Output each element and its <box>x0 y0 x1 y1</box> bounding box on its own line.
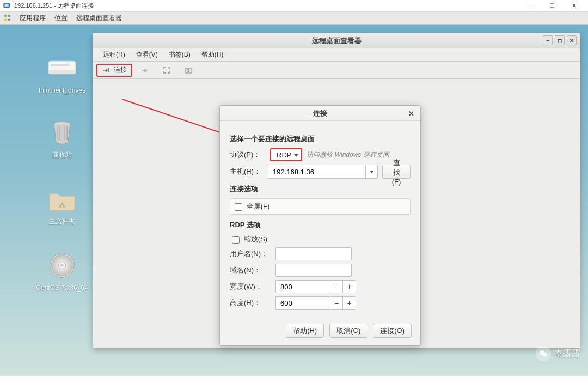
connect-icon <box>102 66 111 75</box>
svg-point-14 <box>60 264 64 267</box>
menu-bookmark[interactable]: 书签(B) <box>163 50 196 59</box>
section-rdp-header: RDP 选项 <box>230 220 411 230</box>
desktop-icon-home[interactable]: 主文件夹 <box>35 184 89 225</box>
toolbar-connect-label: 连接 <box>114 65 127 75</box>
screenshot-icon <box>184 66 193 75</box>
toolbar-disconnect-button[interactable] <box>136 64 154 77</box>
dialog-connect-button[interactable]: 连接(O) <box>373 324 412 338</box>
unplug-icon <box>140 66 149 75</box>
viewer-toolbar: 连接 <box>93 62 580 79</box>
svg-rect-8 <box>51 64 69 66</box>
section-select-header: 选择一个要连接的远程桌面 <box>230 134 411 144</box>
toolbar-fullscreen-button[interactable] <box>157 64 176 77</box>
username-label: 用户名(N)： <box>230 249 271 259</box>
svg-point-3 <box>8 15 10 17</box>
gnome-panel: 应用程序 位置 远程桌面查看器 <box>0 12 588 25</box>
chevron-down-icon <box>294 154 298 157</box>
viewer-minimize-button[interactable]: – <box>543 35 553 45</box>
toolbar-connect-button[interactable]: 连接 <box>96 64 132 77</box>
watermark: 秦露露 <box>536 346 580 361</box>
width-label: 宽度(W)： <box>230 282 271 292</box>
desktop-icon-trash[interactable]: 回收站 <box>35 117 89 159</box>
fullscreen-checkbox[interactable] <box>235 203 242 211</box>
panel-active-app[interactable]: 远程桌面查看器 <box>72 14 126 23</box>
protocol-value: RDP <box>277 151 291 159</box>
viewer-title: 远程桌面查看器 <box>312 36 362 46</box>
svg-rect-1 <box>5 4 9 6</box>
fullscreen-icon <box>162 66 171 75</box>
dialog-titlebar[interactable]: 连接 ✕ <box>220 106 420 121</box>
viewer-close-button[interactable]: ✕ <box>567 35 577 45</box>
svg-point-17 <box>187 69 189 71</box>
height-spinner[interactable]: − + <box>275 296 356 310</box>
outer-close-button[interactable]: ✕ <box>563 0 585 12</box>
outer-maximize-button[interactable]: ☐ <box>541 0 563 12</box>
svg-rect-10 <box>61 205 63 208</box>
disc-icon <box>47 250 77 281</box>
watermark-text: 秦露露 <box>554 348 580 360</box>
width-decrement-button[interactable]: − <box>330 280 343 293</box>
scale-checkbox-row[interactable]: 缩放(S) <box>232 235 267 243</box>
viewer-maximize-button[interactable]: ◻ <box>555 35 565 45</box>
viewer-titlebar[interactable]: 远程桌面查看器 – ◻ ✕ <box>93 33 580 48</box>
dialog-cancel-button[interactable]: 取消(C) <box>329 324 367 338</box>
trash-icon <box>47 117 77 148</box>
height-input[interactable] <box>275 296 330 310</box>
username-input[interactable] <box>275 247 352 260</box>
width-input[interactable] <box>275 280 330 293</box>
dialog-help-button[interactable]: 帮助(H) <box>286 324 324 338</box>
svg-point-4 <box>4 19 7 21</box>
host-label: 主机(H)： <box>230 167 264 177</box>
outer-window-titlebar: 192.168.1.251 - 远程桌面连接 — ☐ ✕ <box>0 0 588 12</box>
activities-icon[interactable] <box>3 14 12 22</box>
find-button[interactable]: 查找(F) <box>382 165 411 179</box>
height-increment-button[interactable]: + <box>343 296 356 310</box>
toolbar-screenshot-button[interactable] <box>179 64 198 77</box>
fullscreen-checkbox-row[interactable]: 全屏(F) <box>235 202 270 210</box>
host-input[interactable] <box>268 165 365 178</box>
desktop-icon-thinclient[interactable]: thinclient_drives <box>35 53 89 94</box>
scale-label: 缩放(S) <box>244 235 267 243</box>
wechat-icon <box>536 346 551 361</box>
chevron-down-icon <box>370 171 374 173</box>
host-combobox[interactable] <box>268 165 378 179</box>
svg-point-5 <box>8 19 10 21</box>
folder-home-icon <box>47 184 77 214</box>
outer-window-title: 192.168.1.251 - 远程桌面连接 <box>14 2 94 10</box>
rdp-app-icon <box>3 2 11 10</box>
svg-rect-7 <box>48 70 76 74</box>
connect-dialog: 连接 ✕ 选择一个要连接的远程桌面 协议(P)： RDP 访问微软 Window… <box>219 105 421 346</box>
viewer-menubar: 远程(R) 查看(V) 书签(B) 帮助(H) <box>93 48 580 62</box>
menu-view[interactable]: 查看(V) <box>131 50 163 59</box>
bottom-strip <box>0 375 588 382</box>
menu-remote[interactable]: 远程(R) <box>97 50 131 59</box>
protocol-label: 协议(P)： <box>230 150 266 160</box>
panel-applications[interactable]: 应用程序 <box>15 14 50 23</box>
width-spinner[interactable]: − + <box>275 280 356 293</box>
height-decrement-button[interactable]: − <box>330 296 343 310</box>
domain-label: 域名(N)： <box>230 265 271 275</box>
svg-point-20 <box>543 353 547 357</box>
outer-minimize-button[interactable]: — <box>519 0 541 12</box>
svg-rect-16 <box>185 68 192 73</box>
drive-icon <box>47 53 77 83</box>
dialog-title: 连接 <box>313 108 327 118</box>
height-label: 高度(H)： <box>230 298 271 308</box>
protocol-hint: 访问微软 Windows 远程桌面 <box>307 150 389 160</box>
svg-point-2 <box>4 15 7 17</box>
desktop-icon-centos[interactable]: CentOS 7 x86_64 <box>35 250 89 292</box>
dialog-close-button[interactable]: ✕ <box>406 108 416 118</box>
scale-checkbox[interactable] <box>232 236 240 244</box>
protocol-dropdown[interactable]: RDP <box>270 148 302 161</box>
section-conn-header: 连接选项 <box>230 184 411 194</box>
domain-input[interactable] <box>275 264 352 277</box>
panel-places[interactable]: 位置 <box>50 14 72 23</box>
desktop: thinclient_drives 回收站 主文件夹 CentOS 7 x86_… <box>0 25 588 375</box>
fullscreen-label: 全屏(F) <box>247 202 270 210</box>
svg-rect-15 <box>108 68 109 72</box>
width-increment-button[interactable]: + <box>343 280 356 293</box>
menu-help[interactable]: 帮助(H) <box>196 50 229 59</box>
host-dropdown-button[interactable] <box>365 165 377 178</box>
